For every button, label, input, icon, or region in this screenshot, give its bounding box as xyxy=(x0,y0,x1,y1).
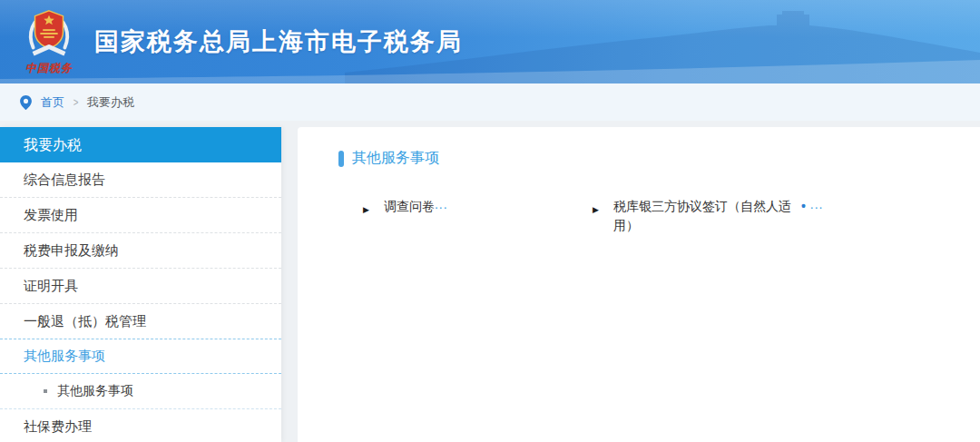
sidebar-item-tax-declaration-payment[interactable]: 税费申报及缴纳 xyxy=(0,233,281,269)
arrow-right-icon: ▶ xyxy=(363,201,369,220)
service-item-label: 调查问卷 xyxy=(384,197,435,216)
service-item-survey[interactable]: ▶ 调查问卷 ... xyxy=(363,197,593,220)
service-item-label: 税库银三方协议签订（自然人适用） xyxy=(613,197,791,235)
sidebar-menu: 综合信息报告 发票使用 税费申报及缴纳 证明开具 一般退（抵）税管理 其他服务事… xyxy=(0,162,281,442)
main-panel: 其他服务事项 ▶ 调查问卷 ... ▶ 税库银三方协议签订（自然人适用） • .… xyxy=(298,127,980,442)
bullet-icon xyxy=(44,389,47,393)
logo-caption: 中国税务 xyxy=(25,61,73,76)
sidebar-item-general-tax-refund[interactable]: 一般退（抵）税管理 xyxy=(0,304,281,339)
tax-bureau-logo: 中国税务 xyxy=(15,7,83,76)
sidebar-subitem-other-services[interactable]: 其他服务事项 xyxy=(0,374,281,409)
breadcrumb-current: 我要办税 xyxy=(87,94,134,111)
page-title: 国家税务总局上海市电子税务局 xyxy=(94,25,463,58)
section-header: 其他服务事项 xyxy=(338,149,953,168)
content-row: 我要办税 综合信息报告 发票使用 税费申报及缴纳 证明开具 一般退（抵）税管理 xyxy=(0,121,980,442)
sidebar-item-label: 社保费办理 xyxy=(24,418,92,436)
breadcrumb-separator: > xyxy=(74,96,79,109)
page: 中国税务 国家税务总局上海市电子税务局 首页 > 我要办税 我要办税 综合信息报… xyxy=(0,0,980,442)
breadcrumb-home-link[interactable]: 首页 xyxy=(41,94,64,111)
service-item-tripartite-agreement[interactable]: ▶ 税库银三方协议签订（自然人适用） • ... xyxy=(593,197,883,235)
app-header: 中国税务 国家税务总局上海市电子税务局 xyxy=(0,0,980,83)
arrow-right-icon: ▶ xyxy=(593,201,599,220)
sidebar-item-comprehensive-info-report[interactable]: 综合信息报告 xyxy=(0,162,281,198)
sidebar-item-label: 综合信息报告 xyxy=(24,172,105,189)
service-item-more-link[interactable]: ... xyxy=(435,195,448,214)
sidebar-item-other-services-active[interactable]: 其他服务事项 xyxy=(0,339,281,374)
location-pin-icon xyxy=(20,95,32,110)
breadcrumb: 首页 > 我要办税 xyxy=(0,83,980,121)
sidebar-item-label: 一般退（抵）税管理 xyxy=(24,313,146,330)
sidebar-item-certificate-issuance[interactable]: 证明开具 xyxy=(0,269,281,304)
sidebar: 我要办税 综合信息报告 发票使用 税费申报及缴纳 证明开具 一般退（抵）税管理 xyxy=(0,127,281,442)
service-item-dot: • xyxy=(801,197,806,216)
section-accent-bar xyxy=(338,151,344,167)
sidebar-item-invoice-use[interactable]: 发票使用 xyxy=(0,198,281,233)
sidebar-item-label: 其他服务事项 xyxy=(24,348,105,365)
service-item-more-link[interactable]: ... xyxy=(810,195,824,214)
sidebar-item-label: 其他服务事项 xyxy=(57,383,133,399)
sidebar-item-social-insurance[interactable]: 社保费办理 xyxy=(0,409,281,442)
sidebar-item-label: 发票使用 xyxy=(24,207,78,224)
section-title: 其他服务事项 xyxy=(352,149,439,168)
sidebar-header-wo-yao-ban-shui[interactable]: 我要办税 xyxy=(0,127,281,162)
service-grid: ▶ 调查问卷 ... ▶ 税库银三方协议签订（自然人适用） • ... xyxy=(338,197,953,235)
sidebar-item-label: 证明开具 xyxy=(24,278,78,295)
tax-emblem-icon xyxy=(23,7,75,60)
sidebar-item-label: 税费申报及缴纳 xyxy=(24,242,119,260)
